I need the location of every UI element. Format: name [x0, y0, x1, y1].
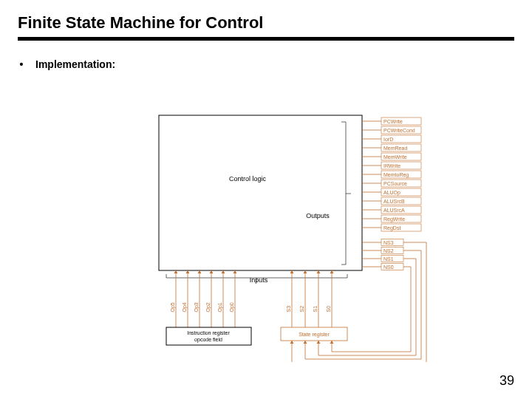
opcode-field-label-2: opcode field — [194, 337, 222, 343]
bullet-item: • Implementation: — [18, 58, 514, 70]
state-input-label: S0 — [326, 306, 331, 313]
output-signal-label: PCWriteCond — [383, 128, 415, 133]
arrowhead-icon — [290, 341, 294, 344]
arrowhead-icon — [233, 270, 237, 273]
opcode-input-label: Op4 — [182, 302, 188, 312]
outputs-label: Outputs — [306, 212, 330, 219]
opcode-field-label-1: Instruction register — [187, 330, 230, 336]
output-signal-label: RegDst — [383, 225, 400, 231]
arrowhead-icon — [222, 270, 225, 273]
arrowhead-icon — [198, 270, 202, 273]
output-signal-label: ALUSrcA — [383, 208, 405, 213]
page-number: 39 — [499, 373, 514, 389]
ns-signal-label: NS1 — [383, 256, 394, 262]
bullet-label: Implementation: — [35, 58, 115, 70]
output-signal-label: ALUOp — [383, 190, 400, 196]
control-logic-block — [159, 115, 362, 270]
page-title: Finite State Machine for Control — [18, 13, 514, 33]
ns-signal-label: NS2 — [383, 248, 394, 253]
state-input-label: S2 — [299, 306, 304, 313]
arrowhead-icon — [304, 270, 307, 273]
opcode-input-label: Op0 — [229, 302, 235, 312]
inputs-label: Inputs — [250, 276, 268, 284]
state-input-label: S1 — [313, 306, 318, 313]
arrowhead-icon — [290, 270, 294, 273]
control-logic-label: Control logic — [229, 175, 267, 183]
ns-signal-label: NS3 — [383, 240, 394, 245]
output-signal-label: ALUSrcB — [383, 199, 405, 204]
arrowhead-icon — [186, 270, 190, 273]
arrowhead-icon — [317, 341, 321, 344]
opcode-input-label: Op3 — [194, 302, 200, 312]
arrowhead-icon — [330, 341, 334, 344]
arrowhead-icon — [330, 270, 334, 273]
output-signal-label: PCWrite — [383, 119, 403, 124]
arrowhead-icon — [174, 270, 178, 273]
output-signal-label: MemtoReg — [383, 172, 409, 178]
opcode-input-label: Op2 — [205, 302, 211, 312]
fsm-diagram: Control logic Outputs Inputs PCWritePCWr… — [148, 111, 458, 362]
arrowhead-icon — [304, 341, 307, 344]
opcode-input-label: Op5 — [170, 302, 176, 312]
output-signal-label: IorD — [383, 137, 393, 142]
title-underline — [18, 37, 514, 41]
output-signal-label: MemWrite — [383, 154, 407, 160]
opcode-input-label: Op1 — [217, 302, 223, 312]
output-signal-label: RegWrite — [383, 216, 405, 222]
output-signal-label: MemRead — [383, 146, 407, 151]
state-register-label: State register — [299, 332, 330, 338]
ns-signal-label: NS0 — [383, 265, 394, 270]
output-signal-label: IRWrite — [383, 163, 400, 168]
state-input-label: S3 — [286, 306, 291, 313]
arrowhead-icon — [210, 270, 214, 273]
bullet-dot: • — [18, 58, 25, 70]
output-signal-label: PCSource — [383, 181, 407, 186]
arrowhead-icon — [317, 270, 321, 273]
